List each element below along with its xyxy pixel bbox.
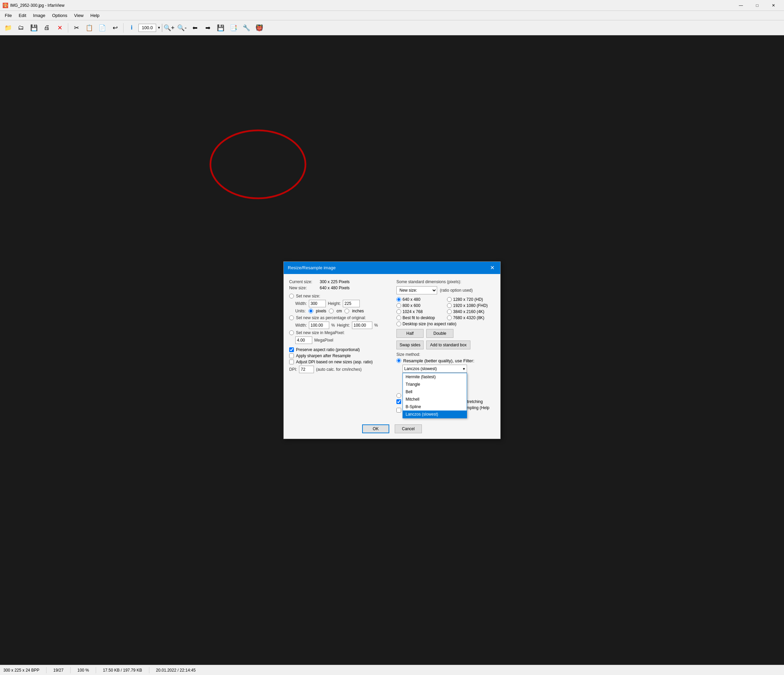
unit-cm-radio[interactable] <box>329 309 334 313</box>
preserve-aspect-label[interactable]: Preserve aspect ratio (proportional) <box>296 348 360 352</box>
plugin-button[interactable]: 👹 <box>253 22 265 34</box>
resample-label[interactable]: Resample (better quality), use Filter: <box>403 358 474 363</box>
dim-radio-0[interactable] <box>397 297 401 302</box>
dim-radio-2[interactable] <box>397 303 401 308</box>
dim-options-grid: 640 x 480 1280 x 720 (HD) 800 x 600 1920… <box>397 297 495 326</box>
cancel-button[interactable]: Cancel <box>395 424 422 433</box>
pct-width-input[interactable] <box>309 321 329 329</box>
pct-height-input[interactable] <box>352 321 372 329</box>
unit-cm-label[interactable]: cm <box>336 309 342 313</box>
filter-option-mitchell[interactable]: Mitchell <box>403 396 467 403</box>
menu-edit[interactable]: Edit <box>15 11 30 19</box>
next-button[interactable]: ➡ <box>202 22 214 34</box>
use-original-checkbox[interactable] <box>397 408 401 413</box>
new-size-dropdown[interactable]: New size: <box>397 286 437 295</box>
set-percentage-radio[interactable] <box>289 315 294 320</box>
unit-pixels-radio[interactable] <box>308 309 313 313</box>
info-button[interactable]: i <box>126 22 138 34</box>
menu-help[interactable]: Help <box>87 11 103 19</box>
adjust-dpi-checkbox[interactable] <box>289 360 294 364</box>
unit-pixels-label[interactable]: pixels <box>316 309 327 313</box>
units-label: Units: <box>295 309 306 313</box>
paste-button[interactable]: 📄 <box>96 22 108 34</box>
close-button[interactable]: ✕ <box>766 0 781 11</box>
save-copy-button[interactable]: 📑 <box>227 22 240 34</box>
print-button[interactable]: 🖨 <box>41 22 53 34</box>
filter-option-bspline[interactable]: B-Spline <box>403 403 467 410</box>
maximize-button[interactable]: □ <box>750 0 765 11</box>
filter-option-bell[interactable]: Bell <box>403 388 467 396</box>
copy-button[interactable]: 📋 <box>83 22 95 34</box>
dont-enlarge-checkbox[interactable] <box>397 399 401 404</box>
prev-button[interactable]: ⬅ <box>189 22 201 34</box>
dim-radio-3[interactable] <box>447 303 452 308</box>
filter-select[interactable]: Lanczos (slowest) <box>403 365 467 373</box>
save-button[interactable]: 💾 <box>28 22 40 34</box>
pct-symbol: % <box>331 323 335 327</box>
set-new-size-radio[interactable] <box>289 294 294 298</box>
pct-row: Width: % Height: % <box>295 321 391 329</box>
double-button[interactable]: Double <box>426 329 453 338</box>
dim-radio-8[interactable] <box>397 321 401 326</box>
resize-dialog: Resize/Resample image ✕ Current size: 30… <box>283 262 501 439</box>
menu-view[interactable]: View <box>71 11 87 19</box>
width-input[interactable] <box>309 300 326 307</box>
save-as-button[interactable]: 💾 <box>215 22 227 34</box>
filter-option-lanczos[interactable]: Lanczos (slowest) <box>403 410 467 418</box>
zoom-input[interactable] <box>139 25 156 30</box>
zoom-out-button[interactable]: 🔍- <box>176 22 188 34</box>
dialog-close-button[interactable]: ✕ <box>488 264 496 272</box>
dim-radio-5[interactable] <box>447 309 452 314</box>
set-percentage-label[interactable]: Set new size as percentage of original: <box>296 315 366 320</box>
width-label: Width: <box>295 301 307 306</box>
dpi-note: (auto calc. for cm/inches) <box>316 367 361 372</box>
dim-label-2: 800 x 600 <box>403 303 420 308</box>
toolbar: 📁 🗂 💾 🖨 ✕ ✂ 📋 📄 ↩ i ▼ 🔍+ 🔍- ⬅ ➡ 💾 📑 🔧 👹 <box>0 20 784 35</box>
filter-option-hermite[interactable]: Hermite (fastest) <box>403 373 467 380</box>
set-new-size-group: Set new size: <box>289 294 391 298</box>
filter-dropdown-container: Lanczos (slowest) ▼ Hermite (fastest) Tr… <box>403 365 495 373</box>
status-dimensions: 300 x 225 x 24 BPP <box>3 668 39 673</box>
dim-option-6: Best fit to desktop <box>397 315 444 320</box>
settings-button[interactable]: 🔧 <box>240 22 252 34</box>
set-new-size-label[interactable]: Set new size: <box>296 294 320 298</box>
unit-inches-label[interactable]: inches <box>352 309 364 313</box>
megapixel-input[interactable] <box>295 337 312 344</box>
dim-radio-4[interactable] <box>397 309 401 314</box>
menu-options[interactable]: Options <box>49 11 71 19</box>
undo-button[interactable]: ↩ <box>109 22 121 34</box>
height-input[interactable] <box>343 300 360 307</box>
apply-sharpen-checkbox[interactable] <box>289 354 294 358</box>
preserve-aspect-checkbox[interactable] <box>289 348 294 352</box>
unit-inches-radio[interactable] <box>344 309 349 313</box>
cut-button[interactable]: ✂ <box>70 22 82 34</box>
set-megapixel-radio[interactable] <box>289 330 294 335</box>
filter-option-triangle[interactable]: Triangle <box>403 380 467 388</box>
resample-radio[interactable] <box>397 358 401 363</box>
dpi-input[interactable] <box>299 366 314 373</box>
set-megapixel-label[interactable]: Set new size in MegaPixel: <box>296 330 344 335</box>
dim-radio-7[interactable] <box>447 315 452 320</box>
dim-radio-1[interactable] <box>447 297 452 302</box>
half-double-row: Half Double <box>397 329 495 338</box>
apply-sharpen-label[interactable]: Apply sharpen after Resample <box>296 354 351 358</box>
thumbnail-button[interactable]: 🗂 <box>15 22 27 34</box>
status-bar: 300 x 225 x 24 BPP 19/27 100 % 17.50 KB … <box>0 665 784 675</box>
swap-sides-button[interactable]: Swap sides <box>397 341 423 349</box>
menu-image[interactable]: Image <box>30 11 48 19</box>
open-button[interactable]: 📁 <box>2 22 14 34</box>
zoom-dropdown-button[interactable]: ▼ <box>156 24 162 32</box>
delete-button[interactable]: ✕ <box>54 22 66 34</box>
add-to-standard-box-button[interactable]: Add to standard box <box>426 341 470 349</box>
menu-file[interactable]: File <box>2 11 15 19</box>
current-size-label: Current size: <box>289 279 320 284</box>
minimize-button[interactable]: ― <box>733 0 749 11</box>
adjust-dpi-label[interactable]: Adjust DPI based on new sizes (asp. rati… <box>296 360 373 364</box>
half-button[interactable]: Half <box>397 329 423 338</box>
resize-radio[interactable] <box>397 393 401 398</box>
ok-button[interactable]: OK <box>362 424 389 433</box>
zoom-box: ▼ <box>138 24 162 32</box>
zoom-in-button[interactable]: 🔍+ <box>163 22 175 34</box>
dim-radio-6[interactable] <box>397 315 401 320</box>
dim-label-6: Best fit to desktop <box>403 315 435 320</box>
